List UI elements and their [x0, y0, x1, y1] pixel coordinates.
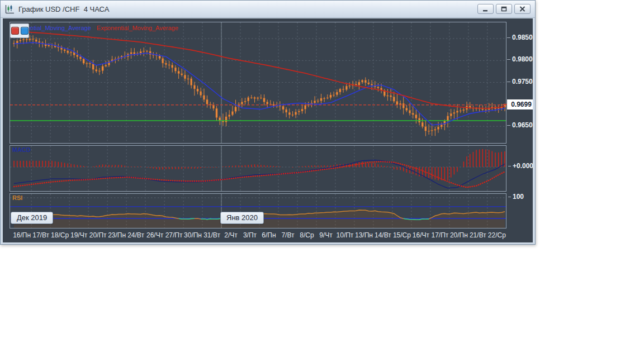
time-axis-label: 2/Чт [224, 231, 238, 239]
price-chart-canvas[interactable] [10, 22, 506, 143]
time-axis-label: 27/Пт [165, 231, 183, 239]
red-tool-button[interactable] [11, 27, 19, 35]
legend-ma-fast-label: ential_Moving_Average [27, 25, 91, 31]
rsi-axis-label: 100 [508, 193, 524, 201]
window-controls [477, 4, 531, 14]
minimize-button[interactable] [477, 4, 494, 14]
price-axis-label: 0.9750 [507, 78, 533, 85]
chart-toolbar [10, 23, 29, 38]
time-axis-label: 20/Пн [450, 231, 468, 239]
time-axis-label: 16/Пн [13, 231, 31, 239]
time-axis-label: 3/Пт [243, 231, 257, 239]
time-axis-label: 8/Ср [300, 231, 314, 239]
time-axis-label: 9/Чт [319, 231, 333, 239]
time-axis-label: 15/Ср [393, 231, 411, 239]
price-axis-label: 0.9850 [507, 34, 533, 41]
time-axis-label: 18/Ср [51, 231, 69, 239]
minimize-icon [482, 7, 489, 12]
legend-ma-slow-label: Exponential_Moving_Average [97, 25, 178, 31]
window-titlebar[interactable]: График USD /CHF 4 ЧАСА [1, 1, 535, 18]
current-price-badge: 0.9699 [507, 99, 533, 109]
window-title: График USD /CHF 4 ЧАСА [18, 5, 109, 13]
time-axis-label: 26/Чт [146, 231, 163, 239]
chart-client-area: MACD RSI ential_Moving_Average Exponenti… [3, 18, 533, 242]
rsi-indicator-label: RSI [12, 194, 22, 201]
time-axis-label: 21/Вт [470, 231, 486, 239]
macd-axis-label: +0.000 [508, 162, 533, 170]
time-axis: 16/Пн17/Вт18/Ср19/Чт20/Пт23/Пн24/Вт26/Чт… [3, 227, 533, 242]
macd-chart-canvas[interactable] [10, 146, 506, 191]
time-axis-label: 10/Пт [337, 231, 354, 239]
time-axis-label: 30/Пн [184, 231, 202, 239]
time-axis-label: 6/Пн [262, 231, 276, 239]
restore-icon [501, 6, 507, 12]
current-price-value: 0.9699 [511, 101, 532, 108]
price-axis-label: 0.9800 [507, 55, 533, 63]
indicator-legend: ential_Moving_Average Exponential_Moving… [27, 25, 182, 31]
price-axis-label: 0.9650 [507, 121, 533, 129]
time-axis-label: 17/Вт [32, 231, 49, 239]
time-axis-label: 17/Пт [431, 231, 448, 239]
time-axis-label: 23/Пн [108, 231, 126, 239]
time-axis-label: 16/Чт [413, 231, 429, 239]
candlestick-chart-icon [4, 4, 15, 14]
month-label-jan-2020: Янв 2020 [220, 212, 264, 224]
restore-button[interactable] [496, 4, 512, 14]
close-button[interactable] [514, 4, 531, 14]
time-axis-label: 22/Ср [488, 231, 506, 239]
time-axis-label: 14/Вт [375, 231, 391, 239]
blue-tool-button[interactable] [21, 27, 29, 35]
time-axis-label: 19/Чт [70, 231, 87, 239]
time-axis-label: 13/Пн [355, 231, 373, 239]
price-panel[interactable] [10, 22, 506, 144]
macd-indicator-label: MACD [12, 146, 31, 153]
close-icon [519, 6, 525, 12]
time-axis-label: 31/Вт [203, 231, 220, 239]
time-axis-label: 7/Вт [281, 231, 294, 239]
time-axis-label: 24/Вт [127, 231, 144, 239]
month-label-dec-2019: Дек 2019 [11, 212, 53, 224]
chart-window: График USD /CHF 4 ЧАСА MACD RSI [0, 0, 536, 245]
time-axis-label: 20/Пт [89, 231, 107, 239]
macd-panel[interactable]: MACD [10, 145, 506, 192]
